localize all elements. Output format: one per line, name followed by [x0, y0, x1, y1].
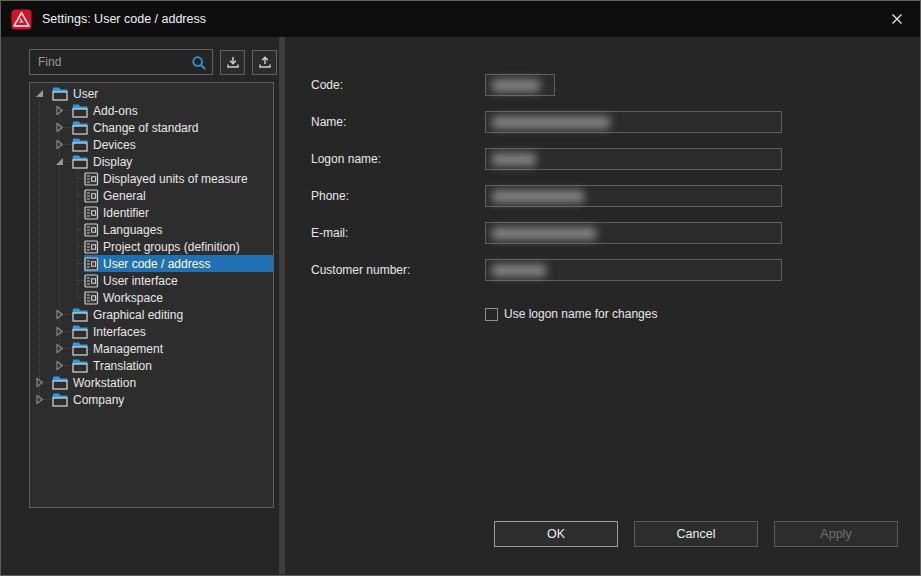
redacted-value	[492, 227, 596, 240]
use-logon-name-checkbox[interactable]	[485, 308, 498, 321]
chevron-collapsed-icon[interactable]	[32, 393, 46, 407]
chevron-collapsed-icon[interactable]	[52, 308, 66, 322]
tree-item-add-ons[interactable]: Add-ons	[30, 102, 273, 119]
tree-item-company[interactable]: Company	[30, 391, 273, 408]
chevron-collapsed-icon[interactable]	[52, 138, 66, 152]
settings-tree: User Add-ons Change of sta	[29, 82, 274, 508]
field-row-phone: Phone:	[311, 185, 899, 207]
redacted-value	[492, 190, 584, 203]
folder-icon	[52, 393, 68, 407]
tree-item-devices[interactable]: Devices	[30, 136, 273, 153]
settings-dialog: Settings: User code / address	[0, 0, 921, 576]
settings-navigation-pane: User Add-ons Change of sta	[2, 37, 279, 574]
client-area: User Add-ons Change of sta	[2, 37, 919, 574]
chevron-collapsed-icon[interactable]	[52, 325, 66, 339]
folder-icon	[72, 325, 88, 339]
folder-icon	[72, 342, 88, 356]
use-logon-name-row: Use logon name for changes	[485, 307, 899, 321]
settings-page-icon	[84, 240, 99, 254]
chevron-expanded-icon[interactable]	[32, 87, 46, 101]
app-logo-icon	[11, 9, 32, 30]
field-row-code: Code:	[311, 74, 899, 96]
apply-button[interactable]: Apply	[774, 521, 898, 547]
settings-page-icon	[84, 274, 99, 288]
chevron-collapsed-icon[interactable]	[52, 104, 66, 118]
code-label: Code:	[311, 74, 485, 96]
settings-page-icon	[84, 206, 99, 220]
search-row	[29, 49, 277, 75]
redacted-value	[492, 116, 610, 129]
folder-icon	[52, 376, 68, 390]
field-row-customer-number: Customer number:	[311, 259, 899, 281]
redacted-value	[492, 153, 536, 166]
email-label: E-mail:	[311, 222, 485, 244]
search-icon[interactable]	[191, 55, 207, 71]
import-settings-button[interactable]	[220, 50, 245, 75]
tree-item-project-groups-definition[interactable]: Project groups (definition)	[30, 238, 273, 255]
customer-number-input[interactable]	[485, 259, 782, 281]
import-download-icon	[226, 55, 240, 69]
customer-number-label: Customer number:	[311, 259, 485, 281]
tree-item-interfaces[interactable]: Interfaces	[30, 323, 273, 340]
name-label: Name:	[311, 111, 485, 133]
folder-icon	[72, 359, 88, 373]
tree-item-identifier[interactable]: Identifier	[30, 204, 273, 221]
logon-name-label: Logon name:	[311, 148, 485, 170]
folder-icon	[72, 138, 88, 152]
use-logon-name-label: Use logon name for changes	[504, 307, 657, 321]
chevron-collapsed-icon[interactable]	[32, 376, 46, 390]
user-code-address-page: Code: Name: Logon name:	[285, 37, 919, 574]
close-icon	[891, 13, 903, 25]
tree-item-workspace[interactable]: Workspace	[30, 289, 273, 306]
folder-icon	[72, 121, 88, 135]
settings-page-icon	[84, 189, 99, 203]
tree-item-change-of-standard[interactable]: Change of standard	[30, 119, 273, 136]
folder-icon	[72, 308, 88, 322]
settings-page-icon	[84, 257, 99, 271]
window-title: Settings: User code / address	[42, 12, 206, 26]
tree-item-general[interactable]: General	[30, 187, 273, 204]
folder-icon	[72, 104, 88, 118]
tree-item-user[interactable]: User	[30, 85, 273, 102]
chevron-collapsed-icon[interactable]	[52, 342, 66, 356]
field-row-logon-name: Logon name:	[311, 148, 899, 170]
redacted-value	[492, 79, 540, 92]
user-address-form: Code: Name: Logon name:	[311, 74, 899, 321]
chevron-collapsed-icon[interactable]	[52, 359, 66, 373]
email-input[interactable]	[485, 222, 782, 244]
phone-input[interactable]	[485, 185, 782, 207]
export-upload-icon	[258, 55, 272, 69]
chevron-collapsed-icon[interactable]	[52, 121, 66, 135]
ok-button[interactable]: OK	[494, 521, 618, 547]
chevron-expanded-icon[interactable]	[52, 155, 66, 169]
logon-name-input[interactable]	[485, 148, 782, 170]
phone-label: Phone:	[311, 185, 485, 207]
find-box	[29, 49, 213, 75]
close-button[interactable]	[874, 1, 920, 37]
tree-item-languages[interactable]: Languages	[30, 221, 273, 238]
export-settings-button[interactable]	[252, 50, 277, 75]
folder-icon	[52, 87, 68, 101]
settings-page-icon	[84, 223, 99, 237]
tree-item-graphical-editing[interactable]: Graphical editing	[30, 306, 273, 323]
tree-item-translation[interactable]: Translation	[30, 357, 273, 374]
tree-item-management[interactable]: Management	[30, 340, 273, 357]
field-row-name: Name:	[311, 111, 899, 133]
code-input[interactable]	[485, 74, 555, 96]
field-row-email: E-mail:	[311, 222, 899, 244]
folder-icon	[72, 155, 88, 169]
tree-item-workstation[interactable]: Workstation	[30, 374, 273, 391]
titlebar: Settings: User code / address	[1, 1, 920, 37]
dialog-buttons: OK Cancel Apply	[478, 521, 898, 547]
settings-page-icon	[84, 291, 99, 305]
redacted-value	[492, 264, 546, 277]
tree-item-user-code-address[interactable]: User code / address	[30, 255, 273, 272]
tree-item-user-interface[interactable]: User interface	[30, 272, 273, 289]
tree-item-displayed-units-of-measure[interactable]: Displayed units of measure	[30, 170, 273, 187]
tree-item-display[interactable]: Display	[30, 153, 273, 170]
settings-page-icon	[84, 172, 99, 186]
name-input[interactable]	[485, 111, 782, 133]
cancel-button[interactable]: Cancel	[634, 521, 758, 547]
